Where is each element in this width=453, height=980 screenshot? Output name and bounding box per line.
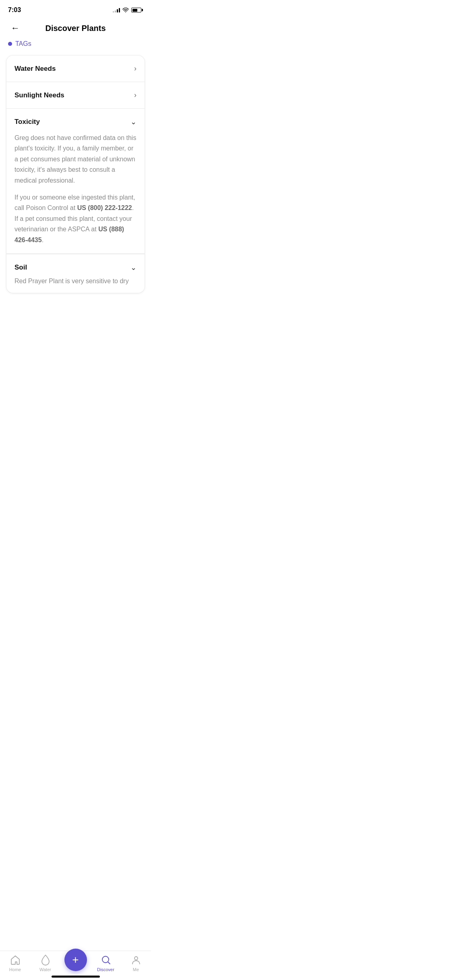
toxicity-paragraph-2: If you or someone else ingested this pla…	[14, 192, 137, 245]
battery-icon	[131, 8, 143, 12]
tag-label: TAGs	[15, 40, 31, 47]
sunlight-needs-row[interactable]: Sunlight Needs ›	[6, 82, 145, 109]
status-time: 7:03	[8, 6, 21, 14]
toxicity-label: Toxicity	[14, 118, 40, 126]
sunlight-needs-label: Sunlight Needs	[14, 91, 64, 99]
status-icons	[113, 8, 143, 12]
svg-point-0	[125, 12, 126, 12]
back-arrow-icon: ←	[11, 24, 20, 33]
toxicity-text-end: .	[42, 237, 43, 243]
signal-icon	[113, 8, 120, 12]
main-card: Water Needs › Sunlight Needs › Toxicity …	[6, 56, 145, 293]
status-bar: 7:03	[0, 0, 151, 18]
chevron-right-icon: ›	[134, 64, 137, 73]
toxicity-paragraph-1: Greg does not have confirmed data on thi…	[14, 133, 137, 186]
soil-text: Red Prayer Plant is very sensitive to dr…	[14, 276, 137, 286]
water-needs-label: Water Needs	[14, 65, 56, 73]
soil-content: Red Prayer Plant is very sensitive to dr…	[6, 276, 145, 293]
soil-chevron-down-icon: ⌄	[130, 263, 137, 272]
soil-label: Soil	[14, 264, 27, 272]
tag-dot-icon	[8, 42, 12, 46]
page-title: Discover Plants	[23, 24, 128, 33]
soil-row[interactable]: Soil ⌄	[6, 254, 145, 276]
chevron-right-icon-2: ›	[134, 91, 137, 99]
header: ← Discover Plants	[0, 18, 151, 40]
tags-row: TAGs	[0, 40, 151, 52]
back-button[interactable]: ←	[8, 21, 23, 35]
toxicity-phone-1: US (800) 222-1222	[77, 204, 132, 211]
toxicity-content: Greg does not have confirmed data on thi…	[6, 131, 145, 254]
wifi-icon	[122, 8, 129, 12]
toxicity-row[interactable]: Toxicity ⌄	[6, 109, 145, 131]
water-needs-row[interactable]: Water Needs ›	[6, 56, 145, 82]
chevron-down-icon: ⌄	[130, 117, 137, 126]
